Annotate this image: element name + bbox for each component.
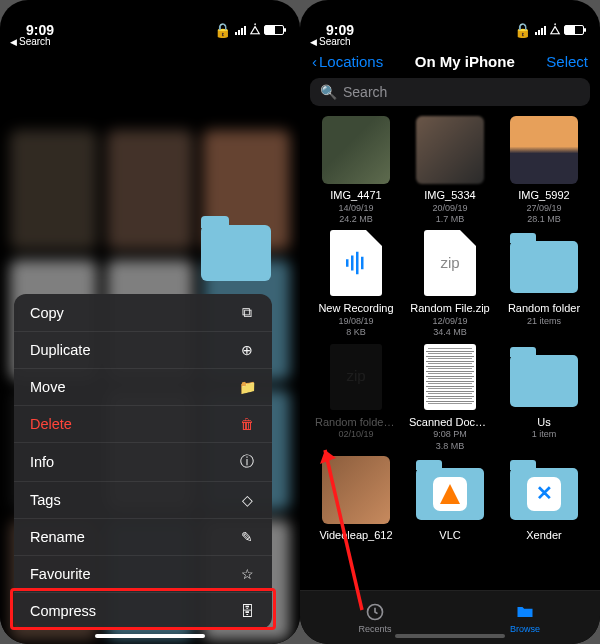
vlc-folder-icon	[416, 456, 484, 524]
file-item[interactable]: Videoleap_612	[310, 456, 402, 543]
search-icon: 🔍	[320, 84, 337, 100]
file-meta: 21 items	[527, 316, 561, 327]
tags-icon: ◇	[238, 492, 256, 508]
file-meta: 14/09/19	[338, 203, 373, 214]
folder-icon	[514, 602, 536, 622]
file-item[interactable]: Us1 item	[498, 343, 590, 452]
file-name: Videoleap_612	[319, 529, 392, 543]
svg-rect-3	[361, 257, 364, 270]
file-item[interactable]: IMG_599227/09/1928.1 MB	[498, 116, 590, 225]
phone-left: 9:09 🔒 ⧊ ◀ Search Copy⧉Duplicate⊕Move📁De…	[0, 0, 300, 644]
menu-item-copy[interactable]: Copy⧉	[14, 294, 272, 332]
file-name: Random folder	[508, 302, 580, 316]
file-name: Us	[537, 416, 550, 430]
file-meta: 9:08 PM	[433, 429, 467, 440]
photo-thumbnail	[416, 116, 484, 184]
file-meta: 3.8 MB	[436, 441, 465, 452]
svg-rect-0	[346, 260, 349, 268]
nav-title: On My iPhone	[415, 53, 515, 70]
file-meta: 8 KB	[346, 327, 366, 338]
file-name: Random File.zip	[410, 302, 489, 316]
nav-bar: ‹ Locations On My iPhone Select	[300, 47, 600, 74]
copy-icon: ⧉	[238, 304, 256, 321]
xender-folder-icon: ✕	[510, 456, 578, 524]
file-item[interactable]: New Recording19/08/198 KB	[310, 229, 402, 338]
file-meta: 20/09/19	[432, 203, 467, 214]
chevron-left-icon: ◀	[10, 37, 17, 47]
file-item[interactable]: VLC	[404, 456, 496, 543]
move-icon: 📁	[238, 379, 256, 395]
wifi-icon: ⧊	[550, 23, 560, 37]
file-item[interactable]: zipRandom File.zip12/09/1934.4 MB	[404, 229, 496, 338]
chevron-left-icon: ◀	[310, 37, 317, 47]
menu-item-label: Copy	[30, 305, 64, 321]
file-item[interactable]: ✕Xender	[498, 456, 590, 543]
file-item[interactable]: IMG_447114/09/1924.2 MB	[310, 116, 402, 225]
menu-item-label: Rename	[30, 529, 85, 545]
file-meta: 1 item	[532, 429, 557, 440]
duplicate-icon: ⊕	[238, 342, 256, 358]
file-name: IMG_4471	[330, 189, 381, 203]
nav-back-label: Locations	[319, 53, 383, 70]
file-meta: 34.4 MB	[433, 327, 467, 338]
home-indicator[interactable]	[95, 634, 205, 638]
menu-item-duplicate[interactable]: Duplicate⊕	[14, 332, 272, 369]
menu-item-info[interactable]: Infoⓘ	[14, 443, 272, 482]
orientation-lock-icon: 🔒	[514, 22, 531, 38]
clock-icon	[364, 602, 386, 622]
tab-label: Recents	[358, 624, 391, 634]
file-item[interactable]: zipRandom folder.zip02/10/19	[310, 343, 402, 452]
home-indicator[interactable]	[395, 634, 505, 638]
battery-icon	[264, 25, 284, 35]
menu-item-compress[interactable]: Compress🗄	[14, 593, 272, 629]
nav-back-button[interactable]: ‹ Locations	[312, 53, 383, 70]
svg-rect-1	[351, 256, 354, 271]
zip-file-icon: zip	[322, 343, 390, 411]
file-meta: 27/09/19	[526, 203, 561, 214]
search-field[interactable]: 🔍 Search	[310, 78, 590, 106]
photo-thumbnail	[510, 116, 578, 184]
wifi-icon: ⧊	[250, 23, 260, 37]
menu-item-label: Delete	[30, 416, 72, 432]
favourite-icon: ☆	[238, 566, 256, 582]
menu-item-tags[interactable]: Tags◇	[14, 482, 272, 519]
cellular-icon	[235, 26, 246, 35]
video-thumbnail	[322, 456, 390, 524]
nav-select-button[interactable]: Select	[546, 53, 588, 70]
file-meta: 02/10/19	[338, 429, 373, 440]
chevron-left-icon: ‹	[312, 53, 317, 70]
file-item[interactable]: Random folder21 items	[498, 229, 590, 338]
file-name: Xender	[526, 529, 561, 543]
search-placeholder: Search	[343, 84, 387, 100]
context-menu: Copy⧉Duplicate⊕Move📁Delete🗑InfoⓘTags◇Ren…	[14, 294, 272, 629]
photo-thumbnail	[322, 116, 390, 184]
file-item[interactable]: IMG_533420/09/191.7 MB	[404, 116, 496, 225]
menu-item-favourite[interactable]: Favourite☆	[14, 556, 272, 593]
file-name: IMG_5992	[518, 189, 569, 203]
folder-icon	[510, 229, 578, 297]
status-bar: 9:09 🔒 ⧊	[300, 0, 600, 38]
cellular-icon	[535, 26, 546, 35]
file-item[interactable]: Scanned Document9:08 PM3.8 MB	[404, 343, 496, 452]
document-scan-icon	[416, 343, 484, 411]
menu-item-move[interactable]: Move📁	[14, 369, 272, 406]
back-label: Search	[319, 36, 351, 47]
file-meta: 1.7 MB	[436, 214, 465, 225]
compress-icon: 🗄	[238, 603, 256, 619]
file-grid: IMG_447114/09/1924.2 MBIMG_533420/09/191…	[300, 114, 600, 543]
battery-icon	[564, 25, 584, 35]
menu-item-label: Move	[30, 379, 65, 395]
file-meta: 19/08/19	[338, 316, 373, 327]
file-name: New Recording	[318, 302, 393, 316]
status-indicators: 🔒 ⧊	[514, 22, 584, 38]
status-indicators: 🔒 ⧊	[214, 22, 284, 38]
file-meta: 28.1 MB	[527, 214, 561, 225]
file-name: Random folder.zip	[315, 416, 397, 430]
zip-file-icon: zip	[416, 229, 484, 297]
file-name: IMG_5334	[424, 189, 475, 203]
selected-folder[interactable]	[201, 225, 271, 281]
menu-item-delete[interactable]: Delete🗑	[14, 406, 272, 443]
menu-item-label: Info	[30, 454, 54, 470]
menu-item-rename[interactable]: Rename✎	[14, 519, 272, 556]
rename-icon: ✎	[238, 529, 256, 545]
